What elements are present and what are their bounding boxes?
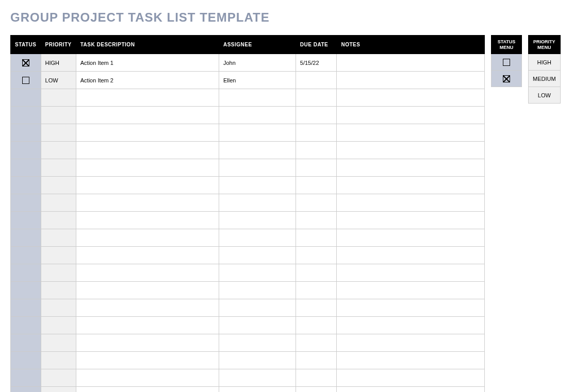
due-cell[interactable] [296, 89, 337, 107]
task-cell[interactable] [76, 212, 219, 229]
task-cell[interactable]: Action Item 2 [76, 72, 219, 89]
due-cell[interactable] [296, 159, 337, 177]
task-cell[interactable] [76, 229, 219, 247]
priority-cell[interactable] [41, 247, 76, 264]
status-cell[interactable] [11, 369, 41, 387]
assignee-cell[interactable] [219, 194, 296, 212]
assignee-cell[interactable] [219, 369, 296, 387]
due-cell[interactable] [296, 264, 337, 282]
due-cell[interactable] [296, 282, 337, 299]
status-cell[interactable] [11, 212, 41, 229]
notes-cell[interactable] [337, 194, 485, 212]
priority-cell[interactable] [41, 124, 76, 142]
status-cell[interactable] [11, 229, 41, 247]
notes-cell[interactable] [337, 142, 485, 159]
status-cell[interactable] [11, 124, 41, 142]
notes-cell[interactable] [337, 334, 485, 352]
task-cell[interactable] [76, 89, 219, 107]
status-cell[interactable] [11, 299, 41, 317]
due-cell[interactable] [296, 72, 337, 89]
task-cell[interactable] [76, 334, 219, 352]
status-cell[interactable] [11, 317, 41, 334]
priority-cell[interactable] [41, 159, 76, 177]
status-cell[interactable] [11, 177, 41, 194]
due-cell[interactable] [296, 299, 337, 317]
task-cell[interactable] [76, 194, 219, 212]
notes-cell[interactable] [337, 72, 485, 89]
assignee-cell[interactable] [219, 159, 296, 177]
due-cell[interactable]: 5/15/22 [296, 54, 337, 72]
status-cell[interactable] [11, 264, 41, 282]
assignee-cell[interactable] [219, 334, 296, 352]
status-cell[interactable] [11, 334, 41, 352]
status-menu-item[interactable] [492, 54, 522, 71]
status-cell[interactable] [11, 282, 41, 299]
priority-menu-item[interactable]: MEDIUM [529, 71, 561, 87]
assignee-cell[interactable] [219, 89, 296, 107]
due-cell[interactable] [296, 317, 337, 334]
notes-cell[interactable] [337, 159, 485, 177]
priority-cell[interactable] [41, 212, 76, 229]
priority-menu-item[interactable]: LOW [529, 87, 561, 104]
notes-cell[interactable] [337, 124, 485, 142]
notes-cell[interactable] [337, 282, 485, 299]
due-cell[interactable] [296, 334, 337, 352]
task-cell[interactable] [76, 369, 219, 387]
status-cell[interactable] [11, 72, 41, 89]
assignee-cell[interactable]: John [219, 54, 296, 72]
task-cell[interactable] [76, 142, 219, 159]
priority-cell[interactable] [41, 142, 76, 159]
task-cell[interactable] [76, 124, 219, 142]
due-cell[interactable] [296, 142, 337, 159]
priority-cell[interactable]: HIGH [41, 54, 76, 72]
assignee-cell[interactable] [219, 299, 296, 317]
task-cell[interactable] [76, 107, 219, 124]
due-cell[interactable] [296, 124, 337, 142]
assignee-cell[interactable] [219, 212, 296, 229]
task-cell[interactable] [76, 352, 219, 369]
task-cell[interactable] [76, 299, 219, 317]
notes-cell[interactable] [337, 299, 485, 317]
due-cell[interactable] [296, 352, 337, 369]
status-cell[interactable] [11, 89, 41, 107]
assignee-cell[interactable] [219, 282, 296, 299]
priority-cell[interactable] [41, 387, 76, 393]
assignee-cell[interactable] [219, 352, 296, 369]
priority-cell[interactable] [41, 264, 76, 282]
assignee-cell[interactable] [219, 247, 296, 264]
due-cell[interactable] [296, 369, 337, 387]
notes-cell[interactable] [337, 247, 485, 264]
status-cell[interactable] [11, 142, 41, 159]
due-cell[interactable] [296, 212, 337, 229]
assignee-cell[interactable] [219, 387, 296, 393]
assignee-cell[interactable] [219, 264, 296, 282]
task-cell[interactable] [76, 177, 219, 194]
assignee-cell[interactable] [219, 177, 296, 194]
notes-cell[interactable] [337, 264, 485, 282]
task-cell[interactable] [76, 282, 219, 299]
task-cell[interactable]: Action Item 1 [76, 54, 219, 72]
due-cell[interactable] [296, 194, 337, 212]
status-cell[interactable] [11, 352, 41, 369]
notes-cell[interactable] [337, 177, 485, 194]
priority-cell[interactable] [41, 317, 76, 334]
task-cell[interactable] [76, 317, 219, 334]
notes-cell[interactable] [337, 229, 485, 247]
notes-cell[interactable] [337, 212, 485, 229]
priority-cell[interactable]: LOW [41, 72, 76, 89]
checkbox-empty-icon[interactable] [22, 77, 29, 84]
status-cell[interactable] [11, 247, 41, 264]
due-cell[interactable] [296, 387, 337, 393]
status-cell[interactable] [11, 159, 41, 177]
status-menu-item[interactable] [492, 71, 522, 87]
status-cell[interactable] [11, 387, 41, 393]
notes-cell[interactable] [337, 317, 485, 334]
assignee-cell[interactable] [219, 229, 296, 247]
notes-cell[interactable] [337, 89, 485, 107]
assignee-cell[interactable] [219, 142, 296, 159]
priority-cell[interactable] [41, 369, 76, 387]
priority-cell[interactable] [41, 89, 76, 107]
assignee-cell[interactable]: Ellen [219, 72, 296, 89]
priority-cell[interactable] [41, 334, 76, 352]
assignee-cell[interactable] [219, 124, 296, 142]
